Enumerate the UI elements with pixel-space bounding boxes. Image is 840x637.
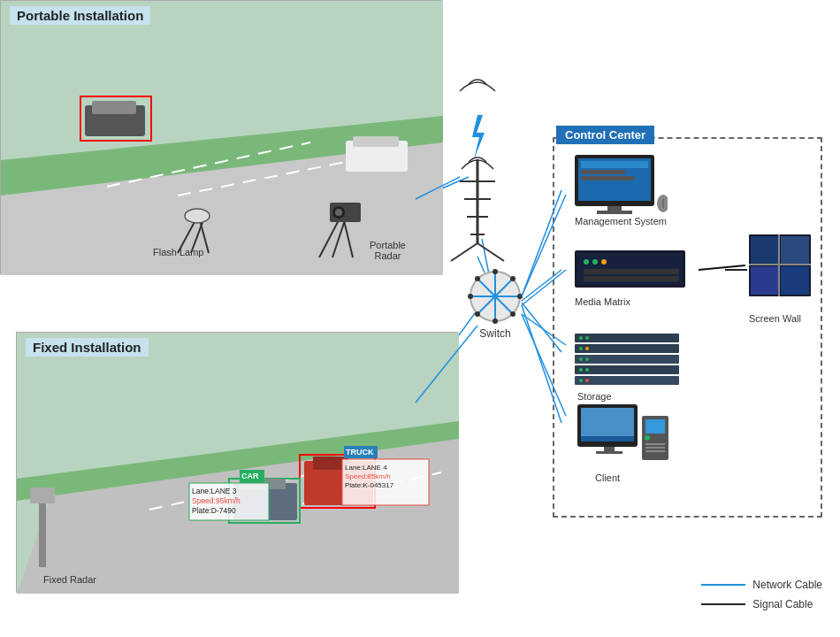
svg-text:Speed:95km/h: Speed:95km/h <box>192 496 241 505</box>
signal-cable-line <box>701 603 745 605</box>
svg-rect-89 <box>584 269 679 274</box>
svg-rect-98 <box>575 334 679 342</box>
svg-rect-99 <box>575 344 679 353</box>
flash-lamp-label: Flash Lamp <box>153 247 203 257</box>
svg-point-120 <box>645 435 650 441</box>
svg-text:CAR: CAR <box>241 472 259 480</box>
svg-rect-78 <box>581 170 625 174</box>
svg-point-108 <box>585 357 589 361</box>
svg-text:Plate:D-7490: Plate:D-7490 <box>192 506 236 515</box>
svg-point-74 <box>475 311 480 317</box>
portable-installation-box: Portable Installation Flash Lamp Portabl… <box>0 0 442 274</box>
portable-radar-label: Portable Radar <box>370 240 406 261</box>
svg-point-109 <box>579 368 583 372</box>
svg-point-69 <box>468 294 473 299</box>
svg-point-103 <box>579 336 583 340</box>
svg-text:Speed:85km/h: Speed:85km/h <box>345 472 391 480</box>
svg-rect-100 <box>575 355 679 364</box>
svg-point-70 <box>517 294 523 299</box>
svg-point-67 <box>493 269 498 274</box>
svg-rect-95 <box>781 266 809 295</box>
svg-marker-54 <box>472 115 485 159</box>
svg-rect-94 <box>751 266 779 295</box>
svg-line-60 <box>451 243 477 261</box>
svg-point-87 <box>592 259 598 265</box>
antenna-area <box>442 66 513 270</box>
svg-point-71 <box>475 276 480 281</box>
fixed-installation-box: CAR Lane:LANE 3 Speed:95km/h Plate:D-749… <box>16 332 458 593</box>
management-system-label: Management System <box>575 216 800 226</box>
network-cable-line <box>701 584 745 586</box>
svg-point-86 <box>584 259 589 265</box>
svg-point-68 <box>493 318 498 324</box>
svg-rect-102 <box>575 376 679 385</box>
svg-text:Lane:LANE 3: Lane:LANE 3 <box>192 487 237 495</box>
svg-rect-122 <box>645 447 665 449</box>
svg-point-82 <box>657 195 668 212</box>
screen-wall-item: Screen Wall <box>747 233 813 324</box>
svg-rect-92 <box>751 236 779 265</box>
svg-rect-18 <box>353 136 399 147</box>
svg-rect-115 <box>581 436 634 441</box>
svg-point-72 <box>510 311 515 317</box>
fixed-label: Fixed Installation <box>26 338 149 357</box>
svg-rect-123 <box>645 450 665 452</box>
legend: Network Cable Signal Cable <box>701 579 822 610</box>
svg-rect-81 <box>597 211 632 214</box>
switch-area: Switch <box>451 265 539 345</box>
svg-rect-117 <box>596 451 622 454</box>
svg-point-105 <box>579 347 583 350</box>
storage-label: Storage <box>577 391 685 402</box>
control-center-label: Control Center <box>556 126 654 144</box>
client-item: Client <box>573 403 679 483</box>
svg-rect-119 <box>645 419 665 434</box>
svg-point-110 <box>585 368 589 372</box>
svg-rect-35 <box>30 487 55 503</box>
svg-rect-34 <box>39 496 46 567</box>
svg-point-111 <box>579 379 583 382</box>
svg-text:TRUCK: TRUCK <box>346 448 374 457</box>
svg-point-73 <box>510 276 515 281</box>
svg-point-28 <box>335 209 342 216</box>
signal-cable-legend: Signal Cable <box>701 598 822 610</box>
svg-point-104 <box>585 336 589 340</box>
svg-rect-121 <box>645 443 665 445</box>
svg-rect-101 <box>575 365 679 374</box>
signal-cable-label: Signal Cable <box>752 598 813 610</box>
svg-text:Plate:K-045317: Plate:K-045317 <box>345 481 394 489</box>
svg-point-88 <box>601 259 607 265</box>
svg-rect-93 <box>781 236 809 265</box>
svg-point-106 <box>585 347 589 350</box>
screen-wall-label: Screen Wall <box>749 313 813 324</box>
svg-point-112 <box>585 379 589 382</box>
storage-item: Storage <box>570 332 685 402</box>
svg-line-61 <box>477 243 504 261</box>
svg-rect-79 <box>581 176 634 180</box>
network-cable-label: Network Cable <box>752 579 822 591</box>
switch-label: Switch <box>479 327 510 340</box>
portable-label: Portable Installation <box>10 6 150 25</box>
svg-point-107 <box>579 357 583 361</box>
svg-point-22 <box>185 209 210 223</box>
svg-rect-77 <box>581 161 648 168</box>
fixed-radar-label: Fixed Radar <box>43 574 96 585</box>
client-label: Client <box>595 472 679 483</box>
management-system-item: Management System <box>570 150 800 226</box>
svg-rect-16 <box>92 101 136 114</box>
svg-text:Lane:LANE 4: Lane:LANE 4 <box>345 464 387 472</box>
svg-rect-90 <box>584 276 679 281</box>
network-cable-legend: Network Cable <box>701 579 822 591</box>
